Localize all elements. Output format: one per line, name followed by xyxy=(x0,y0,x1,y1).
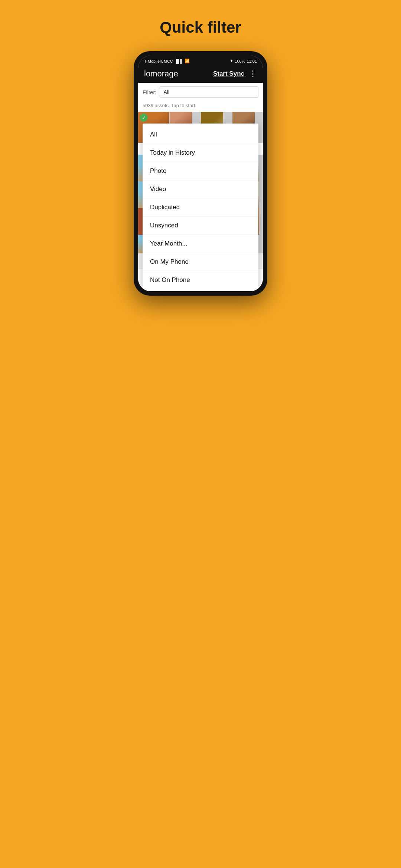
filter-dropdown: All Today in History Photo Video Duplica… xyxy=(143,124,258,291)
status-bar: T-Mobile|CMCC ▐▌▌ 📶 ✦ 100% 11:01 xyxy=(138,56,263,65)
filter-option-photo[interactable]: Photo xyxy=(143,162,258,180)
app-toolbar: lomorage Start Sync ⋮ xyxy=(138,65,263,83)
info-bar: 5039 assets. Tap to start. xyxy=(138,101,263,112)
filter-option-all[interactable]: All xyxy=(143,126,258,144)
sync-check: ✓ xyxy=(140,114,148,122)
carrier-text: T-Mobile|CMCC xyxy=(144,59,173,63)
signal-icon: ▐▌▌ xyxy=(175,59,183,63)
wifi-icon: 📶 xyxy=(185,59,190,63)
phone-screen: T-Mobile|CMCC ▐▌▌ 📶 ✦ 100% 11:01 lomorag… xyxy=(138,56,263,291)
status-right: ✦ 100% 11:01 xyxy=(230,59,257,63)
filter-option-today-in-history[interactable]: Today in History xyxy=(143,144,258,162)
filter-row: Filter: xyxy=(138,83,263,101)
filter-option-unsynced[interactable]: Unsynced xyxy=(143,217,258,235)
start-sync-button[interactable]: Start Sync xyxy=(213,69,244,79)
asset-count-text: 5039 assets. Tap to start. xyxy=(143,103,196,108)
phone-frame: T-Mobile|CMCC ▐▌▌ 📶 ✦ 100% 11:01 lomorag… xyxy=(134,51,267,296)
main-content: Filter: 5039 assets. Tap to start. ✓ ✓ ✓ xyxy=(138,83,263,268)
filter-option-year-month[interactable]: Year Month... xyxy=(143,235,258,253)
battery-text: 100% xyxy=(235,59,245,63)
filter-label: Filter: xyxy=(143,89,157,95)
filter-input[interactable] xyxy=(160,86,259,98)
time-text: 11:01 xyxy=(247,59,257,63)
bluetooth-icon: ✦ xyxy=(230,59,233,63)
status-left: T-Mobile|CMCC ▐▌▌ 📶 xyxy=(144,59,190,63)
filter-option-duplicated[interactable]: Duplicated xyxy=(143,198,258,217)
filter-option-not-on-phone[interactable]: Not On Phone xyxy=(143,271,258,289)
filter-option-on-my-phone[interactable]: On My Phone xyxy=(143,253,258,271)
filter-option-video[interactable]: Video xyxy=(143,180,258,198)
page-title: Quick filter xyxy=(160,19,241,36)
app-title: lomorage xyxy=(144,69,178,79)
toolbar-right: Start Sync ⋮ xyxy=(213,69,257,79)
more-options-icon[interactable]: ⋮ xyxy=(249,69,257,79)
